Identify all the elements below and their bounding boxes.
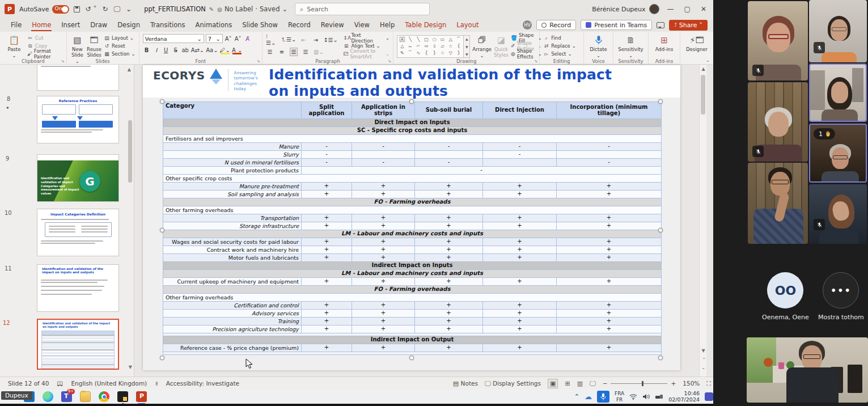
table-cell[interactable]: +	[557, 325, 662, 333]
video-tile-participant-5[interactable]: 1	[809, 124, 867, 183]
participant-avatar-oenema[interactable]: OO Oenema, Oene	[762, 272, 809, 321]
table-row-label[interactable]: Reference case - % price change (premium…	[163, 344, 302, 352]
display-settings-button[interactable]: 🖵 Display Settings	[485, 380, 541, 387]
table-cell[interactable]: +	[352, 278, 415, 286]
file-explorer-icon[interactable]	[80, 391, 91, 402]
powerpoint-taskbar-icon[interactable]: P	[136, 391, 147, 402]
slide-table[interactable]: CategorySplit applicationApplication in …	[163, 102, 662, 355]
thumbnail-scrollbar[interactable]: ▲ ▼	[128, 69, 132, 370]
table-cell[interactable]: +	[302, 238, 352, 246]
table-cell[interactable]: +	[483, 318, 557, 325]
selection-handle[interactable]	[160, 99, 164, 104]
table-row-label[interactable]: Contract work and machinery hire	[163, 246, 302, 254]
dictate-button[interactable]: Dictate⌄	[587, 33, 609, 58]
table-cell[interactable]: +	[415, 318, 483, 325]
table-cell[interactable]: +	[302, 318, 352, 325]
table-cell[interactable]: +	[302, 254, 352, 262]
table-cell[interactable]: +	[302, 214, 352, 222]
table-group-label[interactable]: Fertilisers and soil improvers	[163, 135, 662, 143]
slide-sorter-view-button[interactable]: ⊞	[565, 380, 570, 387]
rename-icon[interactable]: ✎	[209, 6, 214, 12]
table-row-label[interactable]: Storage infrastructure	[163, 222, 302, 230]
table-section-header[interactable]: LM - Labour and machinery costs and inpu…	[163, 270, 662, 278]
table-cell[interactable]: +	[483, 222, 557, 230]
table-row-label[interactable]: Transportation	[163, 214, 302, 222]
table-cell[interactable]: +	[352, 325, 415, 333]
table-cell[interactable]: +	[415, 183, 483, 191]
table-cell[interactable]: +	[352, 183, 415, 191]
reading-view-button[interactable]: ▥	[577, 380, 583, 387]
decrease-font-icon[interactable]: A˅	[234, 35, 242, 43]
table-column-header[interactable]: Incorporation (minimum tillage)	[557, 102, 662, 119]
table-cell[interactable]: +	[302, 325, 352, 333]
maximize-button[interactable]: ▢	[684, 5, 691, 13]
zoom-slider[interactable]: − +	[603, 380, 676, 387]
table-cell[interactable]: +	[302, 222, 352, 230]
table-row-label[interactable]: Manure	[163, 143, 302, 151]
table-column-header[interactable]: Direct Injection	[483, 102, 557, 119]
align-left-button[interactable]: ☰	[266, 48, 274, 56]
accessibility-status[interactable]: Accessibility: Investigate	[166, 380, 239, 387]
paste-button[interactable]: 📋 Paste⌄	[3, 33, 25, 58]
table-column-header[interactable]: Category	[163, 102, 302, 119]
table-cell[interactable]: +	[557, 344, 662, 352]
select-button[interactable]: ▻Select ⌄	[543, 50, 576, 57]
language-status[interactable]: English (United Kingdom)	[71, 380, 147, 387]
table-cell[interactable]	[483, 159, 557, 167]
spellcheck-icon[interactable]: 🕮	[57, 380, 63, 387]
table-row-label[interactable]: Training	[163, 318, 302, 325]
show-everyone-button[interactable]: ••• Mostra tothom	[818, 272, 864, 321]
table-cell[interactable]: +	[557, 238, 662, 246]
table-cell[interactable]: +	[415, 246, 483, 254]
table-section-header[interactable]: LM - Labour and machinery costs and inpu…	[163, 230, 662, 238]
autosave-switch[interactable]: On	[52, 5, 69, 14]
menu-tab-slide-show[interactable]: Slide Show	[237, 19, 283, 31]
selection-handle[interactable]	[658, 99, 663, 104]
table-cell[interactable]: +	[483, 254, 557, 262]
scroll-down-icon[interactable]: ▼	[129, 365, 132, 370]
menu-tab-table-design[interactable]: Table Design	[400, 19, 451, 31]
table-section-header[interactable]: SC - Specific crop costs and inputs	[163, 127, 662, 135]
reuse-slides-button[interactable]: 🗔 Reuse Slides	[87, 33, 101, 58]
table-row-label[interactable]: Slurry	[163, 151, 302, 159]
menu-tab-view[interactable]: View	[349, 19, 375, 31]
text-shadow-button[interactable]: ab	[181, 46, 189, 54]
table-cell[interactable]: +	[557, 318, 662, 325]
cut-button[interactable]: ✂Cut	[27, 35, 63, 41]
fit-slide-button[interactable]: ⛶	[706, 380, 711, 387]
slide-thumbnail-12-selected[interactable]: Identification and validation of the imp…	[37, 319, 119, 370]
table-cell[interactable]: +	[302, 191, 352, 198]
collapse-ribbon-icon[interactable]: ⌄	[705, 57, 710, 63]
customize-qat-icon[interactable]: ⌄	[126, 5, 132, 13]
increase-font-icon[interactable]: A˄	[225, 35, 232, 43]
tray-chevron-icon[interactable]: ⌃	[574, 393, 579, 400]
font-dialog-launcher[interactable]: ⇘	[257, 59, 260, 64]
table-section-header[interactable]: Direct Impact on Inputs	[163, 119, 662, 127]
slide-thumbnail-8[interactable]: Reference Practices	[37, 96, 119, 143]
menu-tab-insert[interactable]: Insert	[56, 19, 85, 31]
table-cell[interactable]: +	[415, 344, 483, 352]
selection-handle[interactable]	[409, 356, 414, 360]
editor-scrollbar[interactable]: ▲ ▼ ⌃ ⌄	[699, 65, 706, 377]
share-button[interactable]: ⤴Share ˅	[669, 20, 708, 31]
table-cell[interactable]	[415, 151, 483, 159]
designer-button[interactable]: ⚡🗔 Designer	[684, 33, 710, 52]
table-cell[interactable]: +	[352, 310, 415, 318]
table-section-header[interactable]: Indirect Impact on Inputs	[163, 262, 662, 270]
table-row-label[interactable]: Wages and social security costs for paid…	[163, 238, 302, 246]
table-cell[interactable]: -	[483, 143, 557, 151]
table-cell[interactable]: -	[557, 143, 662, 151]
table-cell[interactable]: +	[483, 246, 557, 254]
sensitivity-label-chip[interactable]: ◎ No Label · Saved ⌄	[217, 5, 287, 13]
table-cell[interactable]: -	[557, 159, 662, 167]
table-cell[interactable]: +	[483, 325, 557, 333]
table-cell[interactable]: +	[415, 310, 483, 318]
slide-canvas[interactable]: ECORYS Answering tomorrow's challenges t…	[143, 65, 680, 370]
table-cell[interactable]: -	[302, 151, 352, 159]
table-cell[interactable]: +	[302, 183, 352, 191]
table-cell[interactable]: +	[557, 246, 662, 254]
table-column-header[interactable]: Sub-soil burial	[415, 102, 483, 119]
table-cell[interactable]: -	[352, 143, 415, 151]
clock[interactable]: 10:46 02/07/2024	[668, 391, 700, 403]
table-cell[interactable]: -	[302, 159, 352, 167]
